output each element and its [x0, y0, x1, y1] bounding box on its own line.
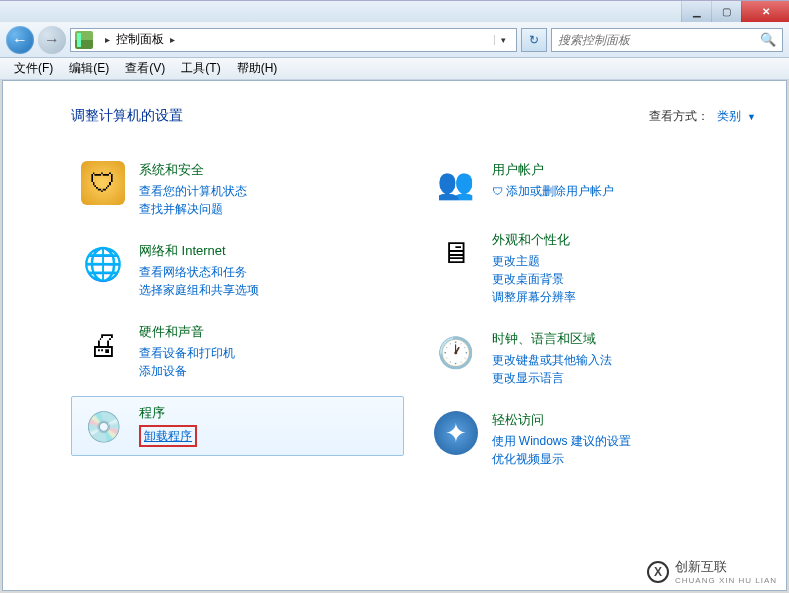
maximize-icon: ▢	[722, 6, 731, 17]
category-icon	[79, 159, 127, 207]
category-body: 硬件和声音查看设备和打印机添加设备	[139, 321, 235, 380]
ic-shield-icon	[81, 161, 125, 205]
category-link[interactable]: 使用 Windows 建议的设置	[492, 432, 631, 450]
navigation-bar: ← → ▸ 控制面板 ▸ ▾ ↻ 🔍	[0, 22, 789, 58]
category-link[interactable]: 选择家庭组和共享选项	[139, 281, 259, 299]
close-icon: ✕	[762, 6, 770, 17]
category-link[interactable]: 添加设备	[139, 362, 235, 380]
search-icon[interactable]: 🔍	[760, 32, 776, 47]
category-icon	[432, 229, 480, 277]
watermark-sub: CHUANG XIN HU LIAN	[675, 576, 777, 585]
category-body: 轻松访问使用 Windows 建议的设置优化视频显示	[492, 409, 631, 468]
minimize-button[interactable]: ▁	[681, 1, 711, 22]
view-by-value[interactable]: 类别	[717, 109, 741, 123]
category-body: 外观和个性化更改主题更改桌面背景调整屏幕分辨率	[492, 229, 576, 306]
ic-user-icon	[434, 161, 478, 205]
category-column-left: 系统和安全查看您的计算机状态查找并解决问题网络和 Internet查看网络状态和…	[71, 153, 404, 474]
ic-prog-icon	[81, 404, 125, 448]
category-item[interactable]: 系统和安全查看您的计算机状态查找并解决问题	[71, 153, 404, 224]
menu-bar: 文件(F) 编辑(E) 查看(V) 工具(T) 帮助(H)	[0, 58, 789, 80]
category-item[interactable]: 程序卸载程序	[71, 396, 404, 456]
category-icon	[432, 409, 480, 457]
view-by-control[interactable]: 查看方式： 类别 ▼	[649, 108, 756, 125]
category-title[interactable]: 时钟、语言和区域	[492, 330, 612, 348]
menu-edit[interactable]: 编辑(E)	[61, 58, 117, 79]
breadcrumb-sep-icon[interactable]: ▸	[170, 34, 175, 45]
forward-button[interactable]: →	[38, 26, 66, 54]
ic-net-icon	[81, 242, 125, 286]
breadcrumb-location[interactable]: 控制面板	[116, 31, 164, 48]
category-link[interactable]: 卸载程序	[139, 425, 197, 447]
category-link[interactable]: 查看设备和打印机	[139, 344, 235, 362]
category-item[interactable]: 网络和 Internet查看网络状态和任务选择家庭组和共享选项	[71, 234, 404, 305]
category-link[interactable]: 查看网络状态和任务	[139, 263, 259, 281]
refresh-icon: ↻	[529, 33, 539, 47]
category-body: 系统和安全查看您的计算机状态查找并解决问题	[139, 159, 247, 218]
category-item[interactable]: 外观和个性化更改主题更改桌面背景调整屏幕分辨率	[424, 223, 757, 312]
control-panel-icon	[75, 31, 93, 49]
arrow-right-icon: →	[44, 31, 60, 49]
category-icon	[79, 240, 127, 288]
menu-tools[interactable]: 工具(T)	[173, 58, 228, 79]
window-titlebar: ▁ ▢ ✕	[0, 0, 789, 22]
category-link[interactable]: 更改显示语言	[492, 369, 612, 387]
category-title[interactable]: 网络和 Internet	[139, 242, 259, 260]
category-title[interactable]: 用户帐户	[492, 161, 614, 179]
category-link[interactable]: 查看您的计算机状态	[139, 182, 247, 200]
page-title: 调整计算机的设置	[71, 107, 183, 125]
category-item[interactable]: 硬件和声音查看设备和打印机添加设备	[71, 315, 404, 386]
category-body: 时钟、语言和区域更改键盘或其他输入法更改显示语言	[492, 328, 612, 387]
menu-help[interactable]: 帮助(H)	[229, 58, 286, 79]
menu-view[interactable]: 查看(V)	[117, 58, 173, 79]
category-item[interactable]: 用户帐户🛡 添加或删除用户帐户	[424, 153, 757, 213]
back-button[interactable]: ←	[6, 26, 34, 54]
shield-icon: 🛡	[492, 185, 506, 197]
menu-file[interactable]: 文件(F)	[6, 58, 61, 79]
category-title[interactable]: 程序	[139, 404, 197, 422]
category-link[interactable]: 🛡 添加或删除用户帐户	[492, 182, 614, 200]
ic-ease-icon	[434, 411, 478, 455]
category-title[interactable]: 轻松访问	[492, 411, 631, 429]
category-title[interactable]: 外观和个性化	[492, 231, 576, 249]
category-icon	[79, 321, 127, 369]
refresh-button[interactable]: ↻	[521, 28, 547, 52]
category-link[interactable]: 更改主题	[492, 252, 576, 270]
address-dropdown-button[interactable]: ▾	[494, 35, 512, 45]
search-box[interactable]: 🔍	[551, 28, 783, 52]
ic-clock-icon	[434, 330, 478, 374]
category-link[interactable]: 优化视频显示	[492, 450, 631, 468]
category-link[interactable]: 更改桌面背景	[492, 270, 576, 288]
chevron-down-icon[interactable]: ▼	[747, 112, 756, 122]
category-item[interactable]: 时钟、语言和区域更改键盘或其他输入法更改显示语言	[424, 322, 757, 393]
category-body: 用户帐户🛡 添加或删除用户帐户	[492, 159, 614, 207]
watermark-logo: X	[647, 561, 669, 583]
close-button[interactable]: ✕	[741, 1, 789, 22]
category-title[interactable]: 硬件和声音	[139, 323, 235, 341]
view-by-label: 查看方式：	[649, 109, 709, 123]
arrow-left-icon: ←	[12, 31, 28, 49]
category-icon	[79, 402, 127, 450]
category-title[interactable]: 系统和安全	[139, 161, 247, 179]
search-input[interactable]	[558, 33, 760, 47]
maximize-button[interactable]: ▢	[711, 1, 741, 22]
minimize-icon: ▁	[693, 6, 701, 17]
category-body: 程序卸载程序	[139, 402, 197, 450]
breadcrumb-sep-icon: ▸	[105, 34, 110, 45]
watermark: X 创新互联 CHUANG XIN HU LIAN	[639, 554, 785, 589]
ic-hw-icon	[81, 323, 125, 367]
address-bar[interactable]: ▸ 控制面板 ▸ ▾	[70, 28, 517, 52]
content-pane: 调整计算机的设置 查看方式： 类别 ▼ 系统和安全查看您的计算机状态查找并解决问…	[2, 80, 787, 591]
category-body: 网络和 Internet查看网络状态和任务选择家庭组和共享选项	[139, 240, 259, 299]
category-item[interactable]: 轻松访问使用 Windows 建议的设置优化视频显示	[424, 403, 757, 474]
category-link[interactable]: 查找并解决问题	[139, 200, 247, 218]
category-icon	[432, 159, 480, 207]
category-grid: 系统和安全查看您的计算机状态查找并解决问题网络和 Internet查看网络状态和…	[71, 153, 756, 474]
category-link[interactable]: 调整屏幕分辨率	[492, 288, 576, 306]
content-header: 调整计算机的设置 查看方式： 类别 ▼	[71, 107, 756, 125]
category-column-right: 用户帐户🛡 添加或删除用户帐户外观和个性化更改主题更改桌面背景调整屏幕分辨率时钟…	[424, 153, 757, 474]
category-link[interactable]: 更改键盘或其他输入法	[492, 351, 612, 369]
category-icon	[432, 328, 480, 376]
ic-appr-icon	[434, 231, 478, 275]
watermark-brand: 创新互联	[675, 559, 727, 574]
